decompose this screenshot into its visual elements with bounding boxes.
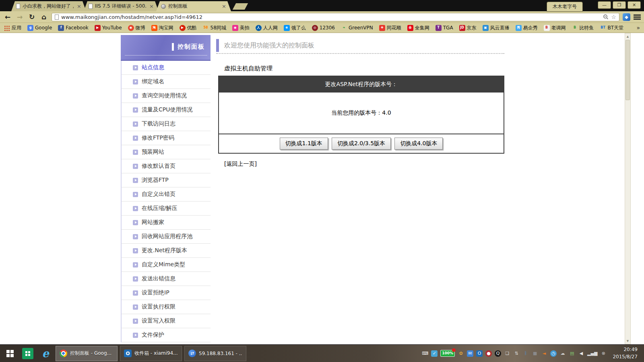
sidebar-menu-item[interactable]: 网站搬家 xyxy=(122,216,211,230)
bookmark-item[interactable]: e 饿了么 xyxy=(284,25,306,31)
bookmark-item[interactable]: g Google xyxy=(27,25,52,31)
volume-mixer-icon[interactable]: ◄ xyxy=(541,350,547,357)
charger-icon[interactable]: ✓ xyxy=(431,350,438,357)
tab-close-icon[interactable]: × xyxy=(149,3,155,9)
taskbar-app-button[interactable]: 控制面板 - Goog... xyxy=(56,346,118,361)
usb-icon[interactable]: ⇅ xyxy=(513,350,520,357)
bookmark-item[interactable]: ▣ 风云直播 xyxy=(483,25,510,31)
minimize-button[interactable]: — xyxy=(598,1,611,9)
taskbar-app-button[interactable]: 收件箱 - xiami94... xyxy=(120,346,182,361)
back-to-previous-link[interactable]: [返回上一页] xyxy=(224,160,257,168)
sidebar-menu-item[interactable]: 发送出错信息 xyxy=(122,272,211,286)
keyboard-icon[interactable]: ⌨ xyxy=(422,350,428,357)
internet-explorer-button[interactable]: e xyxy=(38,346,53,361)
new-tab-button[interactable] xyxy=(233,3,248,10)
scrollbar-thumb[interactable] xyxy=(625,40,630,100)
sidebar-menu-label: 文件保护 xyxy=(142,331,164,339)
bookmark-item[interactable]: ❖ 同花顺 xyxy=(379,25,401,31)
browser-tab[interactable]: IIS 7.5 详细错误 - 500.19 × xyxy=(84,1,159,11)
clipboard-icon[interactable]: ❏ xyxy=(504,350,510,357)
sidebar-menu-item[interactable]: 修改默认首页 xyxy=(122,159,211,173)
speaker-icon[interactable]: ◀ xyxy=(578,350,584,357)
bookmark-item[interactable]: 全 全集网 xyxy=(407,25,429,31)
address-bar[interactable]: www.maikongjian.com/hostadm/netver.asp?i… xyxy=(52,13,619,21)
bluetooth-icon[interactable]: ᛒ xyxy=(522,350,529,357)
bookmark-item[interactable]: ◉ 美拍 xyxy=(232,25,250,31)
mail-icon[interactable]: ✉ xyxy=(467,350,473,357)
bookmark-item[interactable]: ▶ 优酷 xyxy=(180,25,197,31)
display-icon[interactable]: ■ xyxy=(532,350,538,357)
bookmark-item[interactable]: JD 京东 xyxy=(459,25,477,31)
bookmark-item[interactable]: 应用 xyxy=(4,25,21,31)
taskbar-clock[interactable]: 20:49 2015/8/27 xyxy=(609,346,640,360)
notification-close-icon[interactable]: ⊗ xyxy=(600,350,607,357)
sidebar-menu-item[interactable]: 文件保护 xyxy=(122,328,211,342)
sidebar-menu-item[interactable]: 浏览器FTP xyxy=(122,173,211,187)
sidebar-menu-item[interactable]: 更改.Net程序版本 xyxy=(122,244,211,258)
browser-tab[interactable]: 小白求教，网站做好了，放 × xyxy=(11,1,86,11)
sidebar-menu-item[interactable]: 下载访问日志 xyxy=(122,117,211,131)
bookmark-item[interactable]: B 老调网 xyxy=(544,25,566,31)
bookmark-item[interactable]: ◎ 12306 xyxy=(312,25,335,31)
restore-button[interactable]: ❐ xyxy=(613,1,626,9)
windows-store-button[interactable] xyxy=(20,346,35,361)
bookmark-item[interactable]: ◉ 微博 xyxy=(128,25,145,31)
bookmark-item[interactable]: f Facebook xyxy=(58,25,88,31)
chrome-menu-icon[interactable] xyxy=(634,14,641,20)
sidebar-menu-item[interactable]: 预装网站 xyxy=(122,145,211,159)
reload-button[interactable]: ↻ xyxy=(27,13,36,21)
zoom-level-icon[interactable] xyxy=(603,14,609,20)
sidebar-menu-item[interactable]: 流量及CPU使用情况 xyxy=(122,103,211,117)
bookmark-item[interactable]: B 比特鱼 xyxy=(572,25,594,31)
back-button[interactable]: ← xyxy=(3,13,12,21)
drive-icon[interactable]: ▤ xyxy=(569,350,575,357)
bookmark-item[interactable]: 秀 易企秀 xyxy=(516,25,538,31)
sidebar-menu-item[interactable]: 设置执行权限 xyxy=(122,300,211,314)
pinwheel-icon[interactable]: ✿ xyxy=(458,350,464,357)
sidebar-menu-item[interactable]: 站点信息 xyxy=(122,61,211,75)
network-icon[interactable]: ▂▄▆ xyxy=(587,350,597,357)
sidebar-menu-item[interactable]: 设置拒绝IP xyxy=(122,286,211,300)
bookmarks-overflow-chevron[interactable]: » xyxy=(636,25,640,31)
home-button[interactable]: ⌂ xyxy=(39,13,48,21)
bookmark-item[interactable]: ❧ GreenVPN xyxy=(341,25,373,31)
outlook-tray-icon[interactable]: O xyxy=(476,350,483,357)
switch-version-button[interactable]: 切换成2.0/3.5版本 xyxy=(332,138,391,150)
bookmark-item[interactable]: 人 人人网 xyxy=(256,25,278,31)
switch-version-button[interactable]: 切换成4.0版本 xyxy=(394,138,443,150)
close-button[interactable]: ✕ xyxy=(627,1,641,9)
switch-version-button[interactable]: 切换成1.1版本 xyxy=(280,138,328,150)
scrollbar-up-icon[interactable]: ▲ xyxy=(625,33,630,39)
sidebar-menu-item[interactable]: 设置写入权限 xyxy=(122,314,211,328)
browser-tab[interactable]: 控制面板 × xyxy=(156,1,231,11)
bookmark-item[interactable]: 58 58同城 xyxy=(203,25,226,31)
sidebar-menu-item[interactable]: 回收网站应用程序池 xyxy=(122,230,211,244)
qq-icon[interactable]: Q xyxy=(495,350,501,357)
forward-button[interactable]: → xyxy=(15,13,24,21)
tab-close-icon[interactable]: × xyxy=(221,3,227,9)
time-sync-icon[interactable]: ◷ xyxy=(550,350,557,357)
sidebar-menu-item[interactable]: 绑定域名 xyxy=(122,75,211,89)
start-button[interactable] xyxy=(2,346,18,361)
taskbar-app-button[interactable]: 59.188.83.161 - ... xyxy=(184,346,246,361)
bookmark-item[interactable]: ▶ YouTube xyxy=(95,25,122,31)
tab-favicon-icon xyxy=(16,4,20,9)
page-scrollbar[interactable]: ▲ ▼ xyxy=(625,33,631,344)
cloud-icon[interactable]: ☁ xyxy=(559,350,566,357)
bookmark-item[interactable]: 淘 淘宝网 xyxy=(151,25,173,31)
sidebar-menu-item[interactable]: 自定义出错页 xyxy=(122,187,211,202)
bookmark-item[interactable]: T TGA xyxy=(436,25,453,31)
url-text[interactable]: www.maikongjian.com/hostadm/netver.asp?i… xyxy=(61,14,601,20)
bookmark-star-icon[interactable]: ☆ xyxy=(611,14,616,20)
extension-bird-icon[interactable]: ◆ xyxy=(623,13,630,21)
sidebar-menu-item[interactable]: 在线压缩/解压 xyxy=(122,202,211,216)
sidebar-menu-item[interactable]: 查询空间使用情况 xyxy=(122,89,211,103)
tab-close-icon[interactable]: × xyxy=(76,3,82,9)
bookmark-item[interactable]: BT BT天堂 xyxy=(600,25,624,31)
security-icon[interactable]: ● xyxy=(485,350,492,357)
sidebar-menu-item[interactable]: 修改FTP密码 xyxy=(122,131,211,145)
scrollbar-down-icon[interactable]: ▼ xyxy=(625,338,630,344)
sidebar-menu-item[interactable]: 自定义Mime类型 xyxy=(122,258,211,272)
battery-100-icon[interactable]: 100% xyxy=(440,350,455,357)
profile-name-button[interactable]: 木木老字号 xyxy=(547,2,583,12)
